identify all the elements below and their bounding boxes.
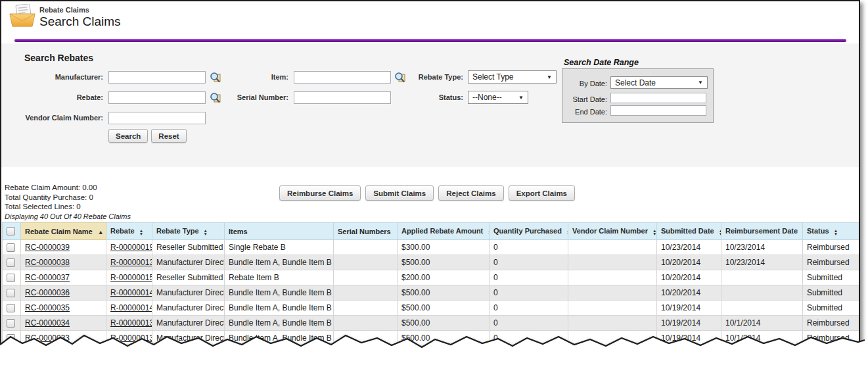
search-section-title: Search Rebates: [24, 53, 93, 63]
start-date-label: Start Date:: [566, 95, 607, 103]
by-date-select[interactable]: Select Date ▼: [610, 76, 708, 89]
item-input[interactable]: [294, 71, 391, 84]
cell-claim: RC-0000037: [21, 270, 106, 285]
vendor-claim-number-input[interactable]: [108, 112, 206, 124]
cell-claim: RC-0000039: [21, 240, 106, 255]
status-label: Status:: [398, 93, 463, 101]
cell-submitted: 10/19/2014: [657, 331, 721, 346]
search-button[interactable]: Search: [108, 129, 148, 143]
cell-serials: [334, 255, 398, 270]
table-row: RC-0000037R-00000015Reseller SubmittedRe…: [3, 270, 859, 285]
cell-serials: [334, 240, 398, 255]
cell-vendor_claim: [568, 255, 657, 270]
rebate-link[interactable]: R-00000013: [110, 258, 152, 267]
start-date-input[interactable]: [610, 93, 706, 103]
chevron-down-icon: ▼: [698, 80, 703, 86]
table-row: RC-0000033R-00000013Manufacturer DirectB…: [3, 331, 859, 346]
cell-claim: RC-0000033: [21, 331, 106, 346]
col-header-rebate_type[interactable]: Rebate Type▲▼: [152, 223, 225, 240]
cell-qty: 0: [490, 240, 568, 255]
cell-status: Reimbursed: [803, 316, 859, 331]
cell-checkbox: [3, 285, 21, 301]
rebate-claim-link[interactable]: RC-0000039: [25, 243, 70, 252]
export-claims-button[interactable]: Export Claims: [509, 185, 575, 201]
col-header-checkbox[interactable]: [3, 223, 21, 240]
end-date-input[interactable]: [610, 105, 706, 116]
rebate-type-select[interactable]: Select Type ▼: [468, 70, 557, 84]
cell-reimbursed: 10/1/2014: [721, 331, 803, 346]
table-row: RC-0000039R-00000019Reseller SubmittedSi…: [3, 240, 859, 255]
col-header-qty[interactable]: Quantity Purchased▲▼: [490, 223, 568, 240]
cell-amount: $500.00: [398, 331, 490, 346]
row-checkbox[interactable]: [7, 304, 15, 312]
reject-claims-button[interactable]: Reject Claims: [438, 185, 503, 201]
rebate-claim-link[interactable]: RC-0000038: [25, 258, 70, 267]
cell-items: Bundle Item A, Bundle Item B: [225, 301, 334, 316]
row-checkbox[interactable]: [7, 289, 15, 297]
col-header-label: Status: [807, 227, 829, 235]
rebate-claims-icon: [9, 4, 35, 28]
cell-reimbursed: [721, 270, 803, 285]
reset-button[interactable]: Reset: [151, 129, 186, 143]
row-checkbox[interactable]: [7, 243, 15, 252]
col-header-amount[interactable]: Applied Rebate Amount▲▼: [398, 223, 490, 240]
cell-reimbursed: 10/1/2014: [721, 316, 803, 331]
rebate-type-value: Select Type: [472, 72, 513, 82]
chevron-down-icon: ▼: [518, 95, 524, 101]
row-checkbox[interactable]: [7, 334, 15, 343]
col-header-status[interactable]: Status▲▼: [803, 223, 859, 240]
rebate-claim-link[interactable]: RC-0000033: [25, 333, 70, 343]
rebate-link[interactable]: R-00000015: [110, 273, 152, 282]
rebate-input[interactable]: [108, 91, 206, 104]
rebate-link[interactable]: R-00000014: [110, 303, 152, 312]
rebate-link[interactable]: R-00000014: [110, 288, 152, 297]
breadcrumb: Rebate Claims: [39, 6, 121, 14]
col-header-claim[interactable]: Rebate Claim Name▲: [21, 223, 106, 240]
displaying-count: Displaying 40 Out Of 40 Rebate Claims: [5, 212, 131, 222]
cell-status: Submitted: [803, 285, 859, 301]
cell-status: Submitted: [803, 270, 859, 285]
col-header-label: Rebate: [110, 227, 135, 235]
rebate-link[interactable]: R-00000013: [110, 333, 152, 343]
cell-checkbox: [3, 255, 21, 270]
cell-claim: RC-0000034: [21, 316, 106, 331]
sort-both-icon: ▲▼: [204, 229, 208, 235]
reimburse-claims-button[interactable]: Reimburse Claims: [279, 185, 361, 201]
col-header-submitted[interactable]: Submitted Date▲▼: [657, 223, 721, 240]
row-checkbox[interactable]: [7, 258, 15, 267]
col-header-vendor_claim[interactable]: Vendor Claim Number▲▼: [568, 223, 657, 240]
col-header-label: Applied Rebate Amount: [401, 227, 483, 235]
status-select[interactable]: --None-- ▼: [468, 91, 528, 104]
col-header-reimbursed[interactable]: Reimbursement Date▲▼: [721, 223, 803, 240]
rebate-claim-link[interactable]: RC-0000036: [25, 288, 70, 297]
claims-table-body: RC-0000039R-00000019Reseller SubmittedSi…: [3, 240, 859, 346]
row-checkbox[interactable]: [7, 319, 15, 328]
cell-status: Submitted: [803, 301, 859, 316]
page-title: Search Claims: [39, 14, 121, 29]
vendor-claim-number-label: Vendor Claim Number:: [11, 114, 103, 122]
cell-rebate_type: Manufacturer Direct: [152, 316, 225, 331]
cell-serials: [334, 285, 398, 301]
claims-table: Rebate Claim Name▲Rebate▲▼Rebate Type▲▼I…: [2, 222, 859, 346]
cell-status: Reimbursed: [803, 240, 859, 255]
rebate-claim-link[interactable]: RC-0000034: [25, 318, 70, 328]
rebate-link[interactable]: R-00000013: [110, 318, 152, 328]
rebate-claim-link[interactable]: RC-0000037: [25, 273, 70, 282]
cell-rebate: R-00000013: [106, 331, 152, 346]
cell-reimbursed: 10/23/2014: [721, 255, 803, 270]
end-date-label: End Date:: [566, 108, 607, 116]
rebate-link[interactable]: R-00000019: [110, 243, 152, 252]
rebate-type-label: Rebate Type:: [398, 73, 463, 81]
row-checkbox[interactable]: [7, 274, 15, 282]
col-header-label: Items: [229, 228, 248, 235]
cell-status: Reimbursed: [803, 255, 859, 270]
select-all-checkbox[interactable]: [7, 227, 15, 235]
serial-number-input[interactable]: [294, 91, 391, 104]
col-header-rebate[interactable]: Rebate▲▼: [106, 223, 152, 240]
cell-items: Bundle Item A, Bundle Item B: [225, 316, 334, 331]
manufacturer-input[interactable]: [108, 71, 206, 84]
sort-both-icon: ▲▼: [139, 229, 143, 235]
cell-amount: $500.00: [398, 301, 490, 316]
submit-claims-button[interactable]: Submit Claims: [365, 185, 434, 201]
rebate-claim-link[interactable]: RC-0000035: [25, 303, 70, 312]
